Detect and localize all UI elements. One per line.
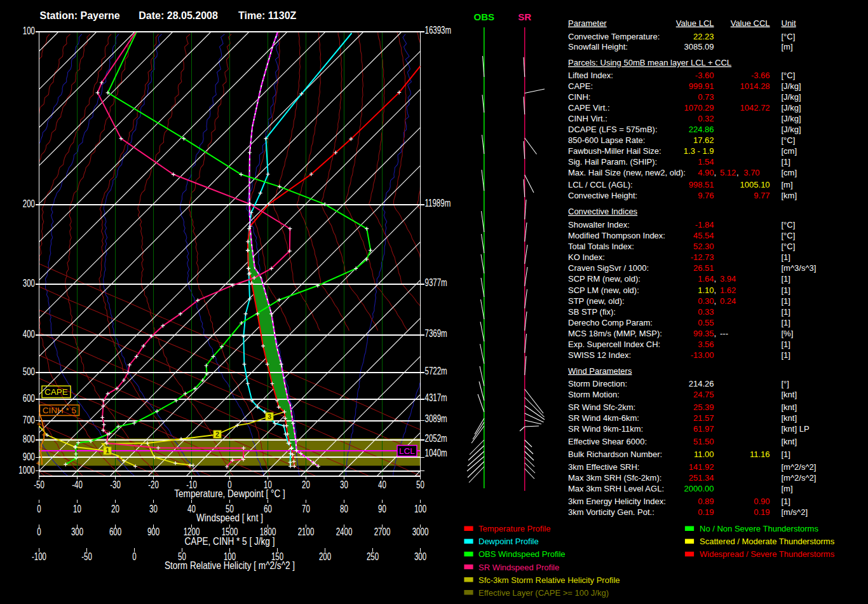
svg-text:LCL / CCL (AGL):: LCL / CCL (AGL): bbox=[568, 180, 633, 189]
svg-text:0.89: 0.89 bbox=[698, 497, 714, 506]
svg-text:30: 30 bbox=[149, 503, 158, 514]
svg-text:[knt]: [knt] bbox=[782, 402, 797, 412]
svg-text:80: 80 bbox=[340, 503, 348, 514]
svg-text:[°C]: [°C] bbox=[782, 231, 796, 240]
svg-text:251.34: 251.34 bbox=[689, 473, 714, 483]
svg-text:[1]: [1] bbox=[782, 285, 790, 295]
svg-text:0.33: 0.33 bbox=[698, 307, 714, 317]
svg-text:1070.29: 1070.29 bbox=[684, 103, 714, 113]
svg-text:[m]: [m] bbox=[782, 484, 793, 493]
svg-text:[1]: [1] bbox=[782, 274, 790, 284]
svg-text:Effective Layer (CAPE >= 100 J: Effective Layer (CAPE >= 100 J/kg) bbox=[478, 588, 609, 598]
svg-text:16393m: 16393m bbox=[425, 24, 452, 36]
svg-text:24.75: 24.75 bbox=[693, 390, 714, 399]
svg-text:Exp. Supercell Index CH:: Exp. Supercell Index CH: bbox=[568, 340, 660, 349]
svg-text:0: 0 bbox=[37, 526, 41, 537]
svg-text:[km]: [km] bbox=[782, 191, 797, 200]
svg-text:214.26: 214.26 bbox=[689, 379, 714, 388]
svg-text:Parcels: Using 50mB mean layer: Parcels: Using 50mB mean layer LCL + CCL bbox=[568, 58, 731, 67]
svg-text:1000: 1000 bbox=[18, 464, 35, 476]
svg-text:4317m: 4317m bbox=[425, 392, 447, 403]
svg-text:0.19: 0.19 bbox=[698, 507, 714, 517]
svg-text:70: 70 bbox=[302, 503, 310, 514]
svg-text:4.90: 4.90 bbox=[698, 168, 714, 177]
svg-text:0.19: 0.19 bbox=[754, 507, 770, 517]
svg-text:2000.00: 2000.00 bbox=[684, 484, 714, 493]
svg-text:[J/kg]: [J/kg] bbox=[782, 103, 801, 113]
svg-text:[J/kg]: [J/kg] bbox=[782, 114, 801, 123]
svg-text:1.10: 1.10 bbox=[698, 285, 714, 295]
svg-text:1.62: 1.62 bbox=[720, 285, 736, 295]
svg-text:22.23: 22.23 bbox=[693, 32, 714, 41]
svg-text:Modified Thompson Index:: Modified Thompson Index: bbox=[568, 231, 665, 240]
svg-text:[°C]: [°C] bbox=[782, 71, 796, 80]
svg-text:Effective Shear 6000:: Effective Shear 6000: bbox=[568, 437, 647, 446]
svg-text:999.91: 999.91 bbox=[689, 81, 714, 91]
svg-text:[knt]: [knt] bbox=[782, 413, 797, 423]
svg-text:-13.00: -13.00 bbox=[691, 350, 714, 360]
svg-text:3.70: 3.70 bbox=[743, 168, 759, 177]
svg-text:[1]: [1] bbox=[782, 350, 790, 360]
svg-text:300: 300 bbox=[71, 526, 83, 537]
svg-text:-3.60: -3.60 bbox=[695, 71, 714, 80]
svg-text:1042.72: 1042.72 bbox=[740, 103, 770, 113]
svg-text:25.39: 25.39 bbox=[693, 402, 714, 412]
svg-text:11989m: 11989m bbox=[425, 197, 451, 209]
svg-text:3: 3 bbox=[268, 413, 271, 420]
svg-text:200: 200 bbox=[23, 198, 35, 209]
svg-text:Dewpoint Profile: Dewpoint Profile bbox=[478, 537, 539, 546]
svg-text:CINH * 5: CINH * 5 bbox=[43, 406, 76, 415]
svg-text:0.55: 0.55 bbox=[698, 318, 714, 327]
svg-text:-20: -20 bbox=[148, 479, 159, 490]
svg-text:9.77: 9.77 bbox=[754, 191, 770, 200]
svg-text:Derecho Comp Param:: Derecho Comp Param: bbox=[568, 318, 653, 327]
svg-text:STP (new, old):: STP (new, old): bbox=[568, 296, 625, 306]
svg-text:Widespread / Severe Thundersto: Widespread / Severe Thunderstorms bbox=[700, 549, 835, 559]
svg-text:Bulk Richardson Number:: Bulk Richardson Number: bbox=[568, 450, 662, 459]
svg-text:[J/kg]: [J/kg] bbox=[782, 92, 801, 102]
svg-text:-3.66: -3.66 bbox=[751, 71, 770, 80]
svg-text:Temperature, Dewpoint [ °C ]: Temperature, Dewpoint [ °C ] bbox=[174, 488, 285, 499]
svg-text:0.24: 0.24 bbox=[720, 296, 736, 306]
svg-text:141.92: 141.92 bbox=[689, 462, 714, 472]
svg-text:,: , bbox=[714, 274, 717, 284]
svg-text:SR Wind Sfc-2km:: SR Wind Sfc-2km: bbox=[568, 402, 635, 412]
svg-text:3089m: 3089m bbox=[425, 413, 447, 424]
svg-text:Sig. Hail Param. (SHIP):: Sig. Hail Param. (SHIP): bbox=[568, 157, 657, 167]
svg-text:,: , bbox=[714, 329, 717, 338]
svg-text:[1]: [1] bbox=[782, 157, 790, 167]
svg-text:850-600 Lapse Rate:: 850-600 Lapse Rate: bbox=[568, 135, 645, 145]
svg-text:300: 300 bbox=[23, 277, 35, 289]
svg-text:52.30: 52.30 bbox=[693, 242, 714, 251]
svg-text:3km Vorticity Gen. Pot.:: 3km Vorticity Gen. Pot.: bbox=[568, 507, 654, 517]
svg-text:-1.84: -1.84 bbox=[695, 220, 714, 230]
svg-text:51.50: 51.50 bbox=[693, 437, 714, 446]
svg-text:61.97: 61.97 bbox=[693, 424, 714, 434]
svg-text:[m^2/s^2]: [m^2/s^2] bbox=[782, 473, 817, 483]
svg-text:5722m: 5722m bbox=[425, 365, 447, 376]
svg-text:[°C]: [°C] bbox=[782, 220, 796, 230]
svg-text:[knt]: [knt] bbox=[782, 390, 797, 399]
svg-text:---: --- bbox=[720, 329, 728, 338]
svg-text:CAPE, CINH * 5 [ J/kg ]: CAPE, CINH * 5 [ J/kg ] bbox=[185, 535, 275, 546]
svg-text:1014.28: 1014.28 bbox=[740, 81, 770, 91]
svg-text:SR Wind 4km-6km:: SR Wind 4km-6km: bbox=[568, 413, 639, 423]
svg-text:3000: 3000 bbox=[412, 526, 429, 537]
svg-text:998.51: 998.51 bbox=[689, 180, 714, 189]
svg-text:[1]: [1] bbox=[782, 340, 790, 349]
svg-text:0.73: 0.73 bbox=[698, 92, 714, 102]
svg-text:1.64: 1.64 bbox=[698, 274, 714, 284]
svg-text:3km Energy Helicity Index:: 3km Energy Helicity Index: bbox=[568, 497, 666, 506]
svg-text:[knt]: [knt] bbox=[782, 437, 797, 446]
svg-text:SB STP (fix):: SB STP (fix): bbox=[568, 307, 616, 317]
svg-text:100: 100 bbox=[23, 25, 35, 36]
svg-text:Snowfall Height:: Snowfall Height: bbox=[568, 42, 628, 51]
svg-text:10: 10 bbox=[73, 503, 81, 514]
svg-text:224.86: 224.86 bbox=[689, 125, 714, 134]
svg-text:CINH Virt.:: CINH Virt.: bbox=[568, 114, 607, 123]
svg-text:Windspeed [ knt ]: Windspeed [ knt ] bbox=[196, 512, 263, 523]
svg-text:[%]: [%] bbox=[782, 329, 794, 338]
svg-text:Storm Motion:: Storm Motion: bbox=[568, 390, 620, 399]
svg-text:,: , bbox=[714, 168, 717, 177]
svg-text:Unit: Unit bbox=[782, 18, 797, 28]
